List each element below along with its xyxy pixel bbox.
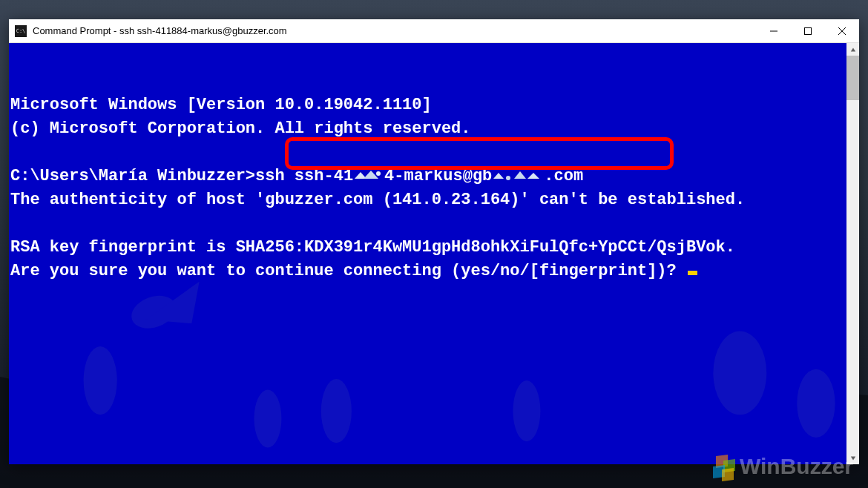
- terminal-area: Microsoft Windows [Version 10.0.19042.11…: [9, 43, 859, 464]
- annotation-highlight: [285, 137, 674, 170]
- svg-point-5: [127, 290, 180, 334]
- svg-point-10: [797, 369, 835, 438]
- command-prompt-window: C:\ Command Prompt - ssh ssh-411884-mark…: [9, 19, 859, 464]
- scroll-up-button[interactable]: [846, 43, 859, 56]
- ssh-command-part: 4-markus@gb: [384, 167, 492, 185]
- svg-point-12: [506, 176, 510, 180]
- window-title: Command Prompt - ssh ssh-411884-markus@g…: [33, 25, 757, 36]
- terminal-line: Microsoft Windows [Version 10.0.19042.11…: [10, 96, 432, 114]
- svg-point-6: [254, 389, 281, 447]
- window-controls: [757, 19, 859, 42]
- minimize-button[interactable]: [757, 19, 791, 42]
- ssh-command-part: ssh ssh-41: [255, 167, 353, 185]
- terminal-line: The authenticity of host 'gbuzzer.com (1…: [10, 191, 745, 209]
- titlebar[interactable]: C:\ Command Prompt - ssh ssh-411884-mark…: [9, 19, 859, 43]
- watermark-text: WinBuzzer: [740, 454, 853, 479]
- svg-point-4: [84, 346, 117, 415]
- svg-point-7: [321, 379, 352, 443]
- terminal[interactable]: Microsoft Windows [Version 10.0.19042.11…: [9, 43, 846, 464]
- scroll-track[interactable]: [846, 56, 859, 452]
- prompt-prefix: C:\Users\María Winbuzzer>: [10, 167, 255, 185]
- terminal-line: RSA key fingerprint is SHA256:KDX391r4Kw…: [10, 238, 735, 257]
- cmd-icon: C:\: [15, 25, 27, 37]
- svg-point-9: [713, 331, 766, 415]
- vertical-scrollbar[interactable]: [846, 43, 859, 464]
- terminal-line: (c) Microsoft Corporation. All rights re…: [10, 119, 471, 138]
- svg-point-8: [513, 380, 540, 441]
- redacted-icon: [353, 167, 384, 182]
- close-button[interactable]: [825, 19, 859, 42]
- terminal-line: Are you sure you want to continue connec…: [10, 262, 686, 280]
- watermark: WinBuzzer: [710, 454, 853, 479]
- terminal-cursor: [688, 271, 697, 275]
- maximize-button[interactable]: [791, 19, 825, 42]
- scroll-thumb[interactable]: [846, 56, 859, 100]
- ssh-command-part: .com: [544, 167, 583, 185]
- svg-rect-1: [805, 27, 812, 34]
- watermark-logo-icon: [710, 455, 735, 478]
- svg-point-11: [376, 171, 381, 176]
- redacted-icon: [492, 167, 544, 182]
